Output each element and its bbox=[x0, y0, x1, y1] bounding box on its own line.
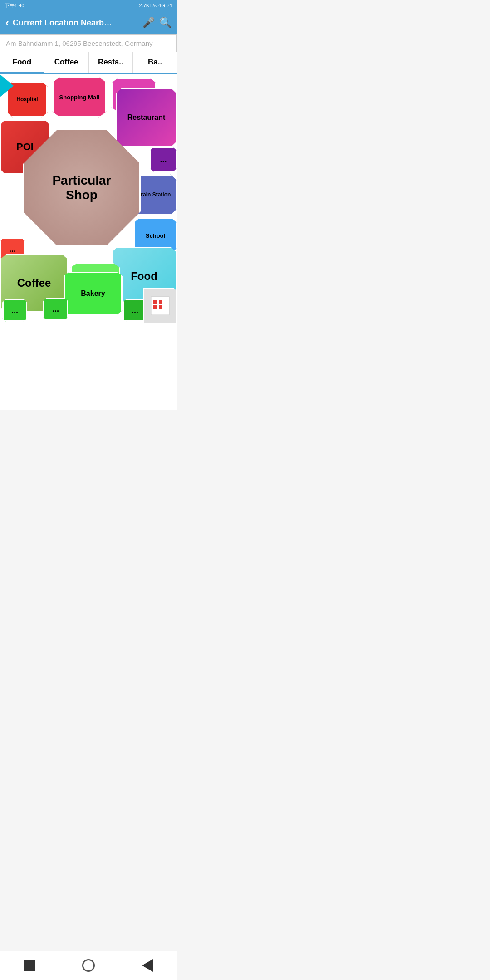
svg-rect-4 bbox=[159, 305, 162, 309]
search-bar-display[interactable]: Am Bahndamm 1, 06295 Beesenstedt, German… bbox=[0, 34, 177, 52]
bubble-particular-shop[interactable]: Particular Shop bbox=[23, 129, 141, 247]
category-tabs: Food Coffee Resta.. Ba.. bbox=[0, 52, 177, 74]
tab-food[interactable]: Food bbox=[0, 52, 44, 74]
status-network: 4G bbox=[158, 3, 165, 8]
bubble-logo[interactable] bbox=[143, 288, 177, 324]
svg-rect-1 bbox=[153, 300, 157, 304]
bubble-shopping-mall[interactable]: Shopping Mall bbox=[52, 77, 107, 118]
microphone-icon[interactable]: 🎤 bbox=[142, 17, 155, 29]
back-button[interactable]: ‹ bbox=[5, 16, 9, 29]
status-time: 下午1:40 bbox=[5, 2, 24, 9]
tab-bakery[interactable]: Ba.. bbox=[133, 52, 177, 74]
status-speed: 2.7KB/s bbox=[139, 3, 157, 8]
bubble-restaurant[interactable]: Restaurant bbox=[116, 88, 177, 147]
bubble-more-bottom-center-right[interactable]: ... bbox=[43, 298, 68, 320]
tab-restaurant[interactable]: Resta.. bbox=[89, 52, 133, 74]
search-icon[interactable]: 🔍 bbox=[159, 17, 172, 29]
svg-rect-3 bbox=[153, 305, 157, 309]
status-battery: 71 bbox=[167, 3, 172, 8]
bubble-bakery[interactable]: Bakery bbox=[64, 272, 122, 315]
svg-rect-2 bbox=[159, 300, 162, 304]
page-title: Current Location Nearby I… bbox=[13, 18, 113, 28]
bubble-more-bottom-left[interactable]: ... bbox=[2, 299, 27, 322]
status-right: 2.7KB/s 4G 71 bbox=[139, 3, 172, 8]
white-space-area bbox=[0, 328, 177, 410]
bubble-more-top-right[interactable]: ... bbox=[150, 147, 177, 172]
tab-coffee[interactable]: Coffee bbox=[44, 52, 89, 74]
app-header: ‹ Current Location Nearby I… 🎤 🔍 bbox=[0, 11, 177, 34]
bubble-map: Hospital Shopping Mall Lodging Restauran… bbox=[0, 74, 177, 328]
status-bar: 下午1:40 2.7KB/s 4G 71 bbox=[0, 0, 177, 11]
bubble-hospital[interactable]: Hospital bbox=[7, 81, 48, 118]
